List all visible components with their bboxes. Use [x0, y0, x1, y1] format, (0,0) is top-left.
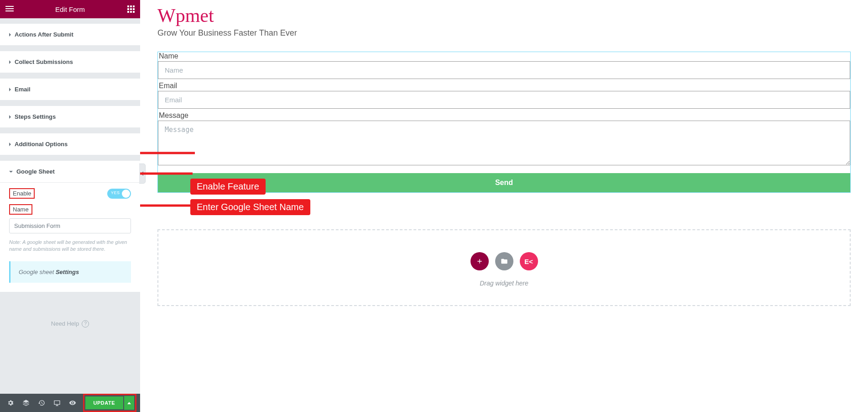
google-sheet-panel-body: Enable YES Name Note: A google sheet wil… [0, 183, 140, 292]
sheet-name-input[interactable] [9, 218, 131, 233]
update-button-group: UPDATE [83, 394, 136, 412]
caret-right-icon [9, 115, 11, 119]
caret-right-icon [9, 143, 11, 146]
panel-collect-submissions[interactable]: Collect Submissions [0, 51, 140, 73]
message-field-label: Message [158, 111, 850, 120]
caret-right-icon [9, 88, 11, 91]
preview-canvas: Wpmet Grow Your Business Faster Than Eve… [140, 0, 868, 412]
add-template-button[interactable] [495, 252, 513, 270]
add-section-button[interactable] [471, 252, 489, 270]
panel-label: Collect Submissions [15, 58, 73, 65]
enable-label: Enable [9, 188, 35, 199]
sidebar-footer: UPDATE [0, 394, 140, 412]
name-field-label: Name [158, 52, 850, 60]
responsive-icon[interactable] [50, 396, 64, 410]
preview-icon[interactable] [66, 396, 79, 410]
brand-title: Wpmet [157, 5, 851, 26]
need-help[interactable]: Need Help ? [0, 310, 140, 338]
brand-tagline: Grow Your Business Faster Than Ever [157, 28, 851, 38]
panel-steps-settings[interactable]: Steps Settings [0, 106, 140, 128]
form-widget[interactable]: Name Email Message Send [157, 52, 851, 193]
sidebar-body: Actions After Submit Collect Submissions… [0, 18, 140, 394]
sheet-note: Note: A google sheet will be generated w… [9, 239, 131, 253]
name-label: Name [9, 204, 32, 215]
sidebar-title: Edit Form [55, 5, 85, 13]
help-icon: ? [82, 320, 89, 327]
panel-label: Email [15, 86, 31, 93]
menu-icon[interactable] [5, 5, 14, 13]
panel-additional-options[interactable]: Additional Options [0, 133, 140, 155]
editor-sidebar: Edit Form Actions After Submit Collect S… [0, 0, 140, 412]
google-sheet-settings-link[interactable]: Google sheet Settings [9, 261, 131, 283]
name-field-input[interactable] [158, 61, 850, 79]
update-options-button[interactable] [124, 396, 134, 410]
update-button[interactable]: UPDATE [85, 396, 123, 409]
toggle-value: YES [111, 190, 120, 195]
add-section-dropzone[interactable]: E< Drag widget here [157, 229, 851, 306]
caret-right-icon [9, 33, 11, 37]
caret-down-icon [9, 171, 13, 173]
panel-label: Additional Options [15, 141, 68, 148]
sidebar-header: Edit Form [0, 0, 140, 18]
apps-grid-icon[interactable] [127, 5, 135, 13]
panel-label: Steps Settings [15, 113, 56, 120]
email-field-label: Email [158, 82, 850, 90]
annotation-enter-sheet-name: Enter Google Sheet Name [190, 199, 310, 215]
elementskit-button[interactable]: E< [520, 252, 538, 270]
panel-email[interactable]: Email [0, 79, 140, 100]
panel-actions-after-submit[interactable]: Actions After Submit [0, 24, 140, 46]
panel-label: Google Sheet [16, 168, 55, 175]
panel-label: Actions After Submit [15, 31, 73, 38]
navigator-icon[interactable] [19, 396, 33, 410]
panel-google-sheet[interactable]: Google Sheet [0, 161, 140, 183]
settings-icon[interactable] [4, 396, 17, 410]
history-icon[interactable] [35, 396, 48, 410]
dropzone-text: Drag widget here [158, 280, 850, 287]
annotation-enable-feature: Enable Feature [190, 179, 266, 195]
message-field-input[interactable] [158, 121, 850, 165]
caret-right-icon [9, 60, 11, 64]
email-field-input[interactable] [158, 91, 850, 109]
enable-toggle[interactable]: YES [107, 189, 131, 199]
